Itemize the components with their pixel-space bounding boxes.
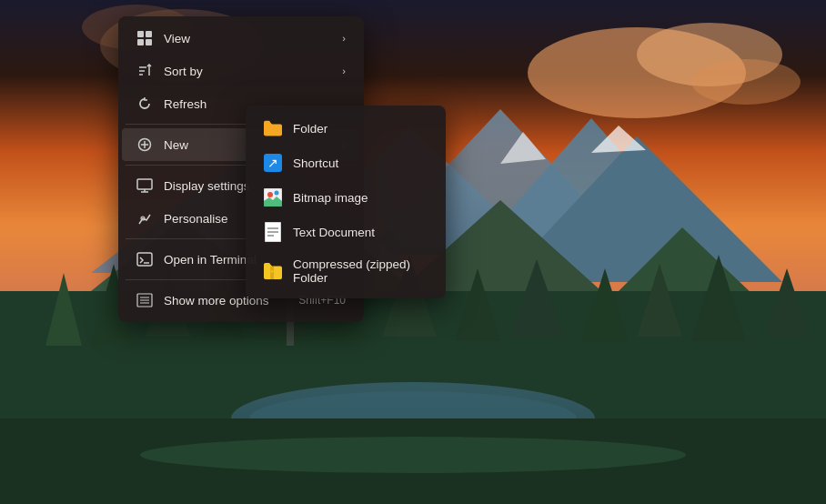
svg-point-59 [275,191,279,196]
svg-rect-64 [271,267,274,269]
submenu-zipfolder-label: Compressed (zipped) Folder [293,257,428,285]
personalise-icon [136,210,153,227]
shortcut-icon: ↗ [264,154,282,172]
new-icon [136,136,153,153]
svg-point-58 [267,192,273,197]
menu-item-view[interactable]: View › [122,22,360,55]
refresh-icon [136,96,153,112]
submenu-item-zipfolder[interactable]: Compressed (zipped) Folder [249,249,442,293]
display-icon [136,177,153,194]
svg-point-3 [691,59,801,105]
submenu-item-folder[interactable]: Folder [249,111,442,146]
svg-rect-45 [137,179,152,189]
svg-text:↗: ↗ [267,156,278,170]
submenu-new: Folder ↗ Shortcut Bitmap image [246,106,446,298]
submenu-folder-label: Folder [293,122,327,136]
view-icon [136,30,153,46]
menu-item-sortby[interactable]: Sort by › [122,55,360,87]
folder-icon [264,119,282,137]
svg-point-34 [140,437,686,473]
zip-folder-icon [264,262,282,280]
sortby-arrow: › [342,66,346,76]
svg-rect-65 [271,270,274,273]
svg-rect-66 [271,274,274,277]
submenu-bitmap-label: Bitmap image [293,191,368,205]
sort-icon [136,63,153,79]
svg-rect-49 [137,253,152,266]
submenu-shortcut-label: Shortcut [293,156,338,170]
bitmap-icon [264,188,282,207]
submenu-textdoc-label: Text Document [293,226,375,239]
submenu-item-textdoc[interactable]: Text Document [249,215,442,249]
terminal-icon [136,251,153,267]
menu-item-view-label: View [164,32,331,45]
submenu-item-bitmap[interactable]: Bitmap image [249,180,442,215]
menu-item-sortby-label: Sort by [164,65,331,78]
submenu-item-shortcut[interactable]: ↗ Shortcut [249,146,442,180]
textdoc-icon [264,223,282,241]
more-options-icon [136,292,153,308]
view-arrow: › [342,33,346,44]
